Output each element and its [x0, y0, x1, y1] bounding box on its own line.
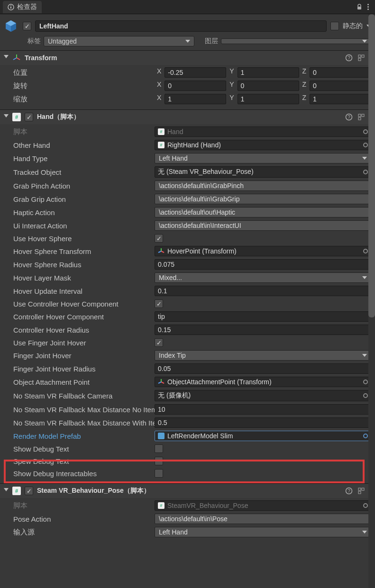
script-field[interactable]: #Hand	[155, 127, 371, 137]
rotation-y-input[interactable]: 0	[238, 81, 299, 91]
gameobject-enabled-checkbox[interactable]	[23, 22, 31, 30]
hover-sphere-radius-input[interactable]: 0.075	[155, 259, 371, 270]
foldout-icon[interactable]	[4, 55, 9, 61]
object-picker-icon[interactable]	[362, 433, 369, 439]
gameobject-name-field[interactable]: LeftHand	[35, 20, 327, 32]
svg-rect-26	[362, 488, 364, 490]
chevron-down-icon	[362, 157, 367, 160]
scale-label: 缩放	[13, 95, 155, 104]
grab-pinch-dropdown[interactable]: \actions\default\in\GrabPinch	[155, 181, 371, 191]
fallback-max-dist-2-input[interactable]: 0.5	[155, 417, 371, 428]
chevron-down-icon	[362, 531, 367, 534]
svg-rect-3	[357, 7, 361, 9]
scale-z-input[interactable]: 1	[310, 94, 371, 104]
svg-rect-15	[362, 114, 364, 117]
preset-icon[interactable]	[357, 54, 365, 62]
steamvr-pose-header[interactable]: # Steam VR_Behaviour_Pose（脚本） ?	[0, 484, 375, 498]
object-picker-icon[interactable]	[362, 128, 369, 135]
hand-header[interactable]: # Hand（脚本） ?	[0, 110, 375, 124]
tab-title: 检查器	[17, 3, 37, 11]
ui-interact-dropdown[interactable]: \actions\default\in\InteractUI	[155, 220, 371, 231]
hover-sphere-transform-field[interactable]: HoverPoint (Transform)	[155, 246, 371, 256]
use-controller-hover-checkbox[interactable]	[155, 299, 163, 308]
grab-grip-dropdown[interactable]: \actions\default\in\GrabGrip	[155, 194, 371, 204]
hover-layer-mask-dropdown[interactable]: Mixed...	[155, 272, 371, 283]
help-icon[interactable]: ?	[345, 113, 353, 121]
pose-action-dropdown[interactable]: \actions\default\in\Pose	[155, 514, 371, 524]
transform-icon	[12, 54, 21, 62]
finger-joint-hover-radius-input[interactable]: 0.05	[155, 363, 371, 374]
object-picker-icon[interactable]	[362, 392, 369, 399]
svg-line-5	[17, 58, 20, 60]
hand-enabled-checkbox[interactable]	[25, 113, 33, 121]
hand-component: # Hand（脚本） ? 脚本#Hand Other Hand#RightHan…	[0, 109, 375, 483]
render-model-prefab-field[interactable]: LeftRenderModel Slim	[155, 431, 371, 441]
chevron-down-icon	[362, 354, 367, 357]
svg-rect-25	[358, 488, 361, 490]
lock-icon[interactable]	[355, 3, 364, 11]
transform-icon	[158, 248, 165, 254]
help-icon[interactable]: ?	[345, 54, 353, 62]
tag-label: 标签	[27, 37, 41, 45]
object-attachment-field[interactable]: ObjectAttachmentPoint (Transform)	[155, 377, 371, 387]
svg-line-22	[158, 382, 161, 383]
scrollbar-thumb[interactable]	[368, 14, 375, 317]
object-picker-icon[interactable]	[362, 248, 369, 254]
scale-y-input[interactable]: 1	[238, 94, 299, 104]
gameobject-header: LeftHand 静态的	[0, 14, 375, 35]
object-picker-icon[interactable]	[362, 169, 369, 175]
preset-icon[interactable]	[357, 113, 365, 121]
rotation-z-input[interactable]: 0	[310, 81, 371, 91]
finger-joint-hover-dropdown[interactable]: Index Tip	[155, 350, 371, 361]
layer-label: 图层	[205, 37, 218, 45]
position-label: 位置	[13, 68, 155, 77]
other-hand-field[interactable]: #RightHand (Hand)	[155, 140, 371, 150]
transform-header[interactable]: Transform ?	[0, 51, 375, 65]
svg-rect-27	[358, 491, 361, 494]
use-hover-sphere-checkbox[interactable]	[155, 234, 163, 243]
preset-icon[interactable]	[357, 487, 365, 495]
hand-type-dropdown[interactable]: Left Hand	[155, 153, 371, 163]
rotation-label: 旋转	[13, 81, 155, 90]
cube-icon[interactable]	[4, 19, 18, 33]
input-source-dropdown[interactable]: Left Hand	[155, 527, 371, 537]
scale-x-input[interactable]: 1	[165, 94, 226, 104]
hand-title: Hand（脚本）	[37, 113, 341, 121]
controller-hover-component-input[interactable]: tip	[155, 311, 371, 322]
position-x-input[interactable]: -0.25	[165, 67, 226, 78]
position-y-input[interactable]: 1	[238, 67, 299, 78]
tag-dropdown[interactable]: Untagged	[44, 36, 194, 46]
svg-text:?: ?	[348, 55, 350, 61]
pose-script-field[interactable]: #SteamVR_Behaviour_Pose	[155, 500, 371, 511]
static-checkbox[interactable]	[330, 22, 339, 30]
layer-dropdown[interactable]	[221, 38, 372, 44]
object-picker-icon[interactable]	[362, 142, 369, 148]
svg-rect-14	[358, 114, 361, 117]
scrollbar[interactable]	[368, 14, 375, 588]
rotation-x-input[interactable]: 0	[165, 81, 226, 91]
controller-hover-radius-input[interactable]: 0.15	[155, 325, 371, 335]
show-debug-text-checkbox[interactable]	[155, 444, 163, 453]
pose-enabled-checkbox[interactable]	[25, 487, 33, 495]
fallback-camera-field[interactable]: 无 (摄像机)	[155, 390, 371, 401]
tab-menu-button[interactable]	[364, 3, 372, 11]
object-picker-icon[interactable]	[362, 379, 369, 385]
tracked-object-field[interactable]: 无 (Steam VR_Behaviour_Pose)	[155, 166, 371, 178]
object-picker-icon[interactable]	[362, 502, 369, 509]
foldout-icon[interactable]	[4, 114, 9, 120]
chevron-down-icon	[362, 40, 367, 43]
haptic-dropdown[interactable]: \actions\default\out\Haptic	[155, 207, 371, 217]
script-icon: #	[12, 113, 21, 121]
show-debug-interactables-checkbox[interactable]	[155, 469, 163, 478]
help-icon[interactable]: ?	[345, 487, 353, 495]
position-z-input[interactable]: 0	[310, 67, 371, 78]
hover-update-interval-input[interactable]: 0.1	[155, 286, 371, 296]
fallback-max-dist-1-input[interactable]: 10	[155, 404, 371, 415]
foldout-icon[interactable]	[4, 488, 9, 494]
inspector-tab[interactable]: 检查器	[3, 1, 42, 13]
transform-component: Transform ? 位置 X-0.25 Y1 Z0 旋转 X0 Y0 Z0 …	[0, 50, 375, 109]
spew-debug-text-checkbox[interactable]	[155, 457, 163, 465]
use-finger-joint-hover-checkbox[interactable]	[155, 338, 163, 347]
svg-line-19	[158, 251, 161, 253]
tab-bar: 检查器	[0, 0, 375, 14]
